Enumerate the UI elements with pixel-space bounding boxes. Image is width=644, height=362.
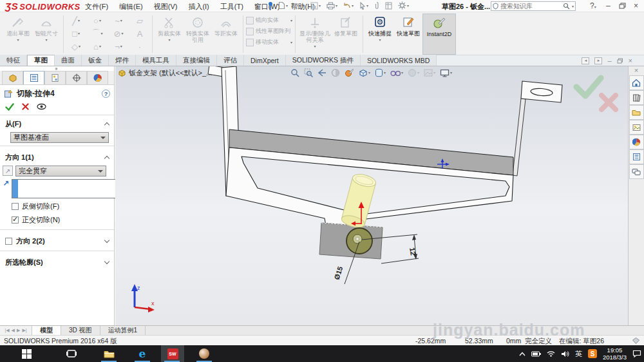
forum-button[interactable] (629, 164, 644, 179)
tab-dimxpert[interactable]: DimXpert (244, 55, 286, 66)
text-tool[interactable]: A (130, 28, 149, 39)
polygon-tool[interactable]: ⌂▾ (88, 41, 107, 52)
spline-tool[interactable]: ~▾ (109, 15, 128, 26)
appearances-scenes-button[interactable] (629, 135, 644, 149)
menu-edit[interactable]: 编辑(E) (119, 2, 143, 12)
tab-sheet-metal[interactable]: 钣金 (82, 55, 109, 66)
tab-surfaces[interactable]: 曲面 (55, 55, 82, 66)
tab-features[interactable]: 特征 (0, 55, 27, 66)
feature-manager-tab[interactable] (2, 71, 23, 84)
reverse-direction-button[interactable]: ↗ (3, 166, 13, 176)
display-manager-tab[interactable] (87, 71, 108, 84)
rapid-sketch-button[interactable]: 快速草图 (394, 14, 422, 55)
volume-icon[interactable] (561, 350, 569, 357)
offset-entities-button[interactable]: 等距实体 (212, 14, 240, 55)
search-caret-icon[interactable]: ▾ (572, 5, 574, 8)
tab-motion-study[interactable]: 运动算例1 (100, 326, 146, 335)
menu-view[interactable]: 视图(V) (154, 2, 178, 12)
doc-minimize-button[interactable]: – (607, 57, 611, 64)
circle-tool[interactable]: ○▾ (88, 15, 107, 26)
menu-file[interactable]: 文件(F) (85, 2, 108, 12)
tab-weldments[interactable]: 焊件 (109, 55, 136, 66)
menu-tools[interactable]: 工具(T) (220, 2, 243, 12)
move-entities-button[interactable]: 移动实体▾ (246, 38, 292, 46)
app-taskbar-button[interactable] (193, 345, 215, 362)
line-tool[interactable]: ╱▾ (66, 15, 86, 26)
convert-entities-button[interactable]: 转换实体引用 (184, 14, 212, 55)
units-icon[interactable] (632, 338, 639, 344)
doc-close-button[interactable]: × (629, 57, 632, 64)
quick-snaps-button[interactable]: 快速捕捉▾ (366, 14, 394, 55)
exit-sketch-button[interactable]: 退出草图▾ (4, 14, 32, 55)
plane-tool[interactable]: ▱ (130, 15, 149, 26)
from-dropdown[interactable]: 草图基准面 (10, 132, 109, 143)
file-explorer-button[interactable] (629, 105, 644, 120)
flip-side-checkbox[interactable] (12, 203, 19, 210)
tab-sketch[interactable]: 草图 (27, 55, 55, 66)
ok-button[interactable] (5, 103, 14, 111)
close-button[interactable]: × (634, 1, 638, 10)
sketch-circle[interactable] (346, 228, 372, 254)
linear-pattern-button[interactable]: 线性草图阵列 (246, 27, 292, 35)
task-pane-close-icon[interactable]: × (629, 66, 644, 75)
pin-menu-icon[interactable] (267, 1, 274, 10)
taskbar-clock[interactable]: 19:05 2018/3/3 (603, 347, 627, 361)
flip-side-checkbox-row[interactable]: 反侧切除(F) (0, 200, 114, 213)
bracket-right-flange[interactable] (513, 81, 562, 176)
normal-cut-checkbox[interactable] (12, 216, 19, 224)
settings-gear-button[interactable]: ▾ (398, 1, 409, 10)
slot-tool[interactable]: ◇▾ (66, 41, 86, 52)
normal-cut-checkbox-row[interactable]: 正交切除(N) (0, 213, 114, 227)
help-icon[interactable]: ? (102, 90, 110, 98)
task-view-button[interactable] (61, 345, 82, 362)
design-library-button[interactable] (629, 90, 644, 105)
view-palette-button[interactable] (629, 120, 644, 135)
section-direction2[interactable]: 方向 2(2) (0, 233, 114, 248)
file-explorer-taskbar-button[interactable] (98, 345, 120, 362)
undo-button[interactable]: ▾ (343, 2, 354, 9)
search-input[interactable] (500, 3, 561, 10)
preview-eye-button[interactable] (37, 103, 46, 111)
custom-properties-button[interactable] (629, 149, 644, 164)
property-manager-tab[interactable] (23, 71, 44, 84)
graphics-viewport[interactable]: 钣金支架 (默认<<默认>_... ▾ ▾ ▾ ▾ ▾ ▾ (115, 66, 628, 325)
solidworks-taskbar-button[interactable]: SW (161, 345, 184, 362)
tab-scroll-buttons[interactable]: |◀◀▶▶| (0, 326, 32, 335)
cancel-button[interactable] (22, 103, 29, 111)
save-button[interactable]: ▾ (310, 2, 321, 10)
open-document-button[interactable]: ▾ (294, 2, 305, 9)
fillet-tool[interactable]: ¬▾ (109, 41, 128, 52)
help-button[interactable]: ?▾ (590, 1, 596, 10)
section-direction1[interactable]: 方向 1(1) (0, 149, 114, 164)
arc-tool[interactable]: ⌒▾ (88, 28, 107, 39)
tab-3d-views[interactable]: 3D 视图 (61, 326, 100, 335)
tab-mold-tools[interactable]: 模具工具 (136, 55, 176, 66)
menu-insert[interactable]: 插入(I) (188, 2, 209, 12)
tab-evaluate[interactable]: 评估 (217, 55, 244, 66)
solidworks-resources-button[interactable] (629, 75, 644, 90)
tab-direct-editing[interactable]: 直接编辑 (176, 55, 217, 66)
minimize-button[interactable]: – (606, 1, 611, 10)
ime-indicator[interactable]: 英 (575, 349, 582, 359)
action-center-icon[interactable] (632, 350, 641, 357)
dimxpert-manager-tab[interactable] (66, 71, 87, 84)
point-tool[interactable]: · (130, 41, 149, 52)
print-button[interactable]: ▾ (327, 2, 337, 10)
doc-restore-button[interactable] (617, 58, 623, 64)
tab-solidworks-addins[interactable]: SOLIDWORKS 插件 (286, 55, 361, 66)
configuration-manager-tab[interactable] (44, 71, 66, 84)
knowledge-search[interactable]: ▾ (491, 1, 576, 11)
repair-sketch-button[interactable]: 修复草图 (332, 14, 360, 55)
direction-reference-box[interactable] (12, 179, 133, 198)
section-selected-contours[interactable]: 所选轮廓(S) (0, 254, 114, 269)
restore-button[interactable] (619, 3, 626, 9)
new-document-button[interactable]: ▾ (278, 1, 288, 10)
tab-solidworks-mbd[interactable]: SOLIDWORKS MBD (361, 55, 437, 66)
ellipse-tool[interactable]: ⊘▾ (109, 28, 128, 39)
mirror-entities-button[interactable]: 镜向实体▾ (246, 16, 292, 24)
panel-drag-handle[interactable]: ● (0, 66, 114, 71)
attachment-icon[interactable] (374, 1, 379, 10)
next-document-button[interactable]: ▸ (594, 57, 602, 64)
battery-icon[interactable] (531, 351, 541, 357)
direction2-checkbox[interactable] (5, 238, 12, 245)
